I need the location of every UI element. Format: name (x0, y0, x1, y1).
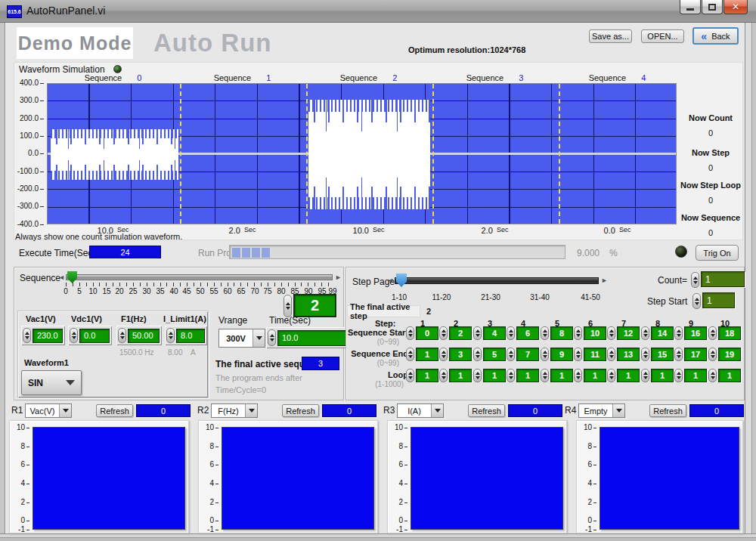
cell-spinner[interactable] (641, 348, 649, 361)
loop-field[interactable]: 1 (483, 369, 506, 382)
step-page-slider-track[interactable] (395, 277, 599, 284)
loop-field[interactable]: 1 (651, 369, 674, 382)
loop-field[interactable]: 1 (416, 369, 438, 382)
maximize-button[interactable] (702, 0, 723, 14)
cell-spinner[interactable] (507, 326, 515, 340)
step-page-left-arrow[interactable]: ◄ (387, 277, 394, 284)
seq-start-field[interactable]: 8 (550, 326, 573, 340)
f1-field[interactable]: 50.00 (128, 329, 160, 343)
step-page-slider-thumb[interactable] (396, 274, 407, 287)
seq-start-field[interactable]: 2 (449, 326, 472, 340)
time-field[interactable]: 10.0 (277, 330, 349, 346)
seq-start-field[interactable]: 14 (651, 326, 674, 340)
cell-spinner[interactable] (541, 369, 549, 382)
execute-time-field[interactable]: 24 (89, 246, 161, 258)
seq-end-field[interactable]: 3 (449, 348, 472, 361)
seq-end-field[interactable]: 7 (516, 348, 539, 361)
seq-start-field[interactable]: 10 (584, 326, 606, 340)
sequence-value-spinner[interactable] (284, 295, 292, 317)
cell-spinner[interactable] (607, 348, 615, 361)
seq-end-field[interactable]: 11 (584, 348, 606, 361)
slider-right-arrow[interactable]: ► (335, 274, 342, 281)
back-button[interactable]: « Back (692, 27, 739, 45)
seq-start-field[interactable]: 4 (483, 326, 506, 340)
cell-spinner[interactable] (674, 348, 683, 361)
loop-field[interactable]: 1 (684, 369, 707, 382)
spin-down-icon[interactable] (286, 307, 290, 310)
cell-spinner[interactable] (607, 369, 615, 382)
r4-refresh-button[interactable]: Refresh (649, 404, 686, 417)
r1-dropdown-button[interactable] (59, 404, 71, 417)
seq-end-field[interactable]: 13 (617, 348, 640, 361)
seq-start-field[interactable]: 6 (516, 326, 539, 340)
sequence-slider-thumb[interactable] (67, 271, 77, 283)
r3-dropdown[interactable]: I(A) (397, 403, 444, 418)
r2-refresh-button[interactable]: Refresh (282, 404, 319, 417)
cell-spinner[interactable] (674, 369, 683, 382)
vac1-field[interactable]: 230.0 (33, 329, 63, 343)
cell-spinner[interactable] (406, 326, 414, 340)
cell-spinner[interactable] (473, 326, 482, 340)
cell-spinner[interactable] (574, 369, 582, 382)
cell-spinner[interactable] (541, 326, 549, 340)
seq-start-field[interactable]: 16 (684, 326, 707, 340)
spin-up-icon[interactable] (286, 302, 290, 305)
step-start-spinner[interactable] (692, 293, 701, 309)
step-page-right-arrow[interactable]: ► (601, 277, 608, 284)
vdc1-field[interactable]: 0.0 (79, 329, 110, 343)
cell-spinner[interactable] (473, 348, 482, 361)
loop-field[interactable]: 1 (449, 369, 472, 382)
cell-spinner[interactable] (507, 348, 515, 361)
vac1-spinner[interactable] (23, 328, 31, 343)
seq-end-field[interactable]: 17 (684, 348, 707, 361)
seq-end-field[interactable]: 5 (483, 348, 506, 361)
minimize-button[interactable] (680, 0, 701, 14)
cell-spinner[interactable] (607, 326, 615, 340)
open-button[interactable]: OPEN... (641, 29, 684, 43)
loop-field[interactable]: 1 (584, 369, 606, 382)
cell-spinner[interactable] (439, 348, 448, 361)
loop-field[interactable]: 1 (617, 369, 640, 382)
loop-field[interactable]: 1 (718, 369, 741, 382)
close-button[interactable]: ✕ (723, 0, 748, 14)
seq-start-field[interactable]: 12 (617, 326, 640, 340)
trig-on-button[interactable]: Trig On (696, 245, 739, 261)
count-field[interactable]: 1 (701, 271, 745, 287)
cell-spinner[interactable] (574, 326, 582, 340)
cell-spinner[interactable] (574, 348, 582, 361)
r3-dropdown-button[interactable] (431, 404, 443, 417)
cell-spinner[interactable] (541, 348, 549, 361)
cell-spinner[interactable] (406, 348, 414, 361)
cell-spinner[interactable] (641, 326, 649, 340)
r1-refresh-button[interactable]: Refresh (96, 404, 133, 417)
cell-spinner[interactable] (708, 326, 717, 340)
cell-spinner[interactable] (641, 369, 649, 382)
vrange-dropdown-button[interactable] (253, 329, 265, 347)
seq-end-field[interactable]: 15 (651, 348, 674, 361)
seq-start-field[interactable]: 18 (718, 326, 741, 340)
r4-dropdown-button[interactable] (612, 404, 624, 417)
slider-left-arrow[interactable]: ◄ (58, 274, 65, 281)
vrange-dropdown[interactable]: 300V (218, 329, 265, 348)
r1-dropdown[interactable]: Vac(V) (25, 403, 72, 418)
seq-start-field[interactable]: 0 (416, 326, 438, 340)
r3-refresh-button[interactable]: Refresh (468, 404, 505, 417)
sequence-value-field[interactable]: 2 (293, 294, 336, 317)
r2-dropdown-button[interactable] (245, 404, 257, 417)
ilimit1-spinner[interactable] (166, 328, 175, 343)
cell-spinner[interactable] (708, 369, 717, 382)
cell-spinner[interactable] (406, 369, 414, 382)
seq-end-field[interactable]: 1 (416, 348, 438, 361)
loop-field[interactable]: 1 (516, 369, 539, 382)
step-start-field[interactable]: 1 (702, 292, 735, 308)
ilimit1-field[interactable]: 8.0 (176, 329, 205, 343)
cell-spinner[interactable] (507, 369, 515, 382)
vdc1-spinner[interactable] (70, 328, 78, 343)
seq-end-field[interactable]: 9 (550, 348, 573, 361)
time-spinner[interactable] (268, 329, 276, 346)
cell-spinner[interactable] (674, 326, 683, 340)
waveform1-dropdown[interactable]: SIN (21, 370, 82, 395)
cell-spinner[interactable] (439, 369, 448, 382)
loop-field[interactable]: 1 (550, 369, 573, 382)
f1-spinner[interactable] (118, 328, 126, 343)
